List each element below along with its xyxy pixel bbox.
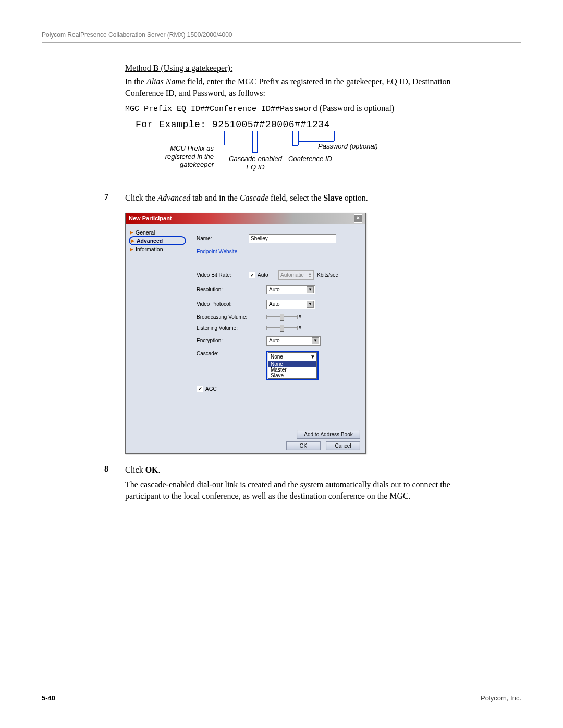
chevron-down-icon: ▼ xyxy=(307,301,314,308)
broadcasting-volume-slider[interactable]: 5 xyxy=(266,314,301,319)
encryption-label: Encryption: xyxy=(197,338,249,343)
example-diagram: For Example: 9251005##20006##1234 MCU Pr… xyxy=(136,119,480,182)
resolution-label: Resolution: xyxy=(197,287,249,292)
name-label: Name: xyxy=(197,236,249,241)
video-protocol-select[interactable]: Auto ▼ xyxy=(266,300,315,309)
new-participant-dialog: New Participant × ▶ General ▶ Advanced ▶… xyxy=(125,213,366,454)
syntax-line: MGC Prefix EQ ID##Conference ID##Passwor… xyxy=(125,103,480,114)
step-8-paragraph: The cascade-enabled dial-out link is cre… xyxy=(125,479,480,502)
resolution-select[interactable]: Auto ▼ xyxy=(266,285,315,294)
page-number: 5-40 xyxy=(42,694,55,702)
video-bitrate-label: Video Bit Rate: xyxy=(197,272,249,278)
ok-button[interactable]: OK xyxy=(286,441,321,450)
step-number-8: 8 xyxy=(104,464,125,505)
cascade-select[interactable]: None ▼ None Master Slave xyxy=(268,352,317,379)
cascade-option-slave[interactable]: Slave xyxy=(268,373,316,378)
add-to-address-book-button[interactable]: Add to Address Book xyxy=(297,430,360,439)
cascade-highlight: None ▼ None Master Slave xyxy=(266,351,319,380)
encryption-select[interactable]: Auto ▼ xyxy=(266,336,321,346)
nav-advanced[interactable]: ▶ Advanced xyxy=(129,236,186,245)
cancel-button[interactable]: Cancel xyxy=(326,441,360,450)
agc-checkbox[interactable]: ✔ xyxy=(197,386,203,392)
video-protocol-label: Video Protocol: xyxy=(197,301,249,307)
nav-information[interactable]: ▶ Information xyxy=(129,245,186,253)
chevron-right-icon: ▶ xyxy=(130,230,133,235)
chevron-down-icon: ▼ xyxy=(310,354,315,360)
listening-vol-label: Listening Volume: xyxy=(197,325,259,331)
chevron-right-icon: ▶ xyxy=(130,246,133,252)
cascade-label: Cascade: xyxy=(197,351,249,356)
cascade-option-none[interactable]: None xyxy=(268,361,316,367)
page-footer: 5-40 Polycom, Inc. xyxy=(42,694,521,702)
endpoint-website-link[interactable]: Endpoint Website xyxy=(197,249,237,254)
step-8-line1: Click OK. xyxy=(125,464,480,476)
dialog-titlebar: New Participant × xyxy=(126,213,365,224)
page-header: Polycom RealPresence Collaboration Serve… xyxy=(42,31,521,43)
nav-general[interactable]: ▶ General xyxy=(129,229,186,236)
name-input[interactable] xyxy=(249,234,336,243)
step-number-7: 7 xyxy=(104,192,125,207)
dialog-nav: ▶ General ▶ Advanced ▶ Information xyxy=(126,224,189,427)
chevron-down-icon: ▼ xyxy=(307,286,314,293)
step-7-text: Click the Advanced tab and in the Cascad… xyxy=(125,192,480,204)
chevron-down-icon: ▼ xyxy=(312,337,319,344)
broadcasting-vol-label: Broadcasting Volume: xyxy=(197,314,259,320)
cascade-option-master[interactable]: Master xyxy=(268,367,316,373)
auto-bitrate-checkbox[interactable]: ✔ xyxy=(249,272,255,278)
method-b-heading: Method B (Using a gatekeeper): xyxy=(125,64,480,73)
method-b-paragraph: In the Alias Name field, enter the MGC P… xyxy=(125,76,480,100)
footer-company: Polycom, Inc. xyxy=(481,694,521,702)
bitrate-spinner: Automatic ▲▼ xyxy=(278,270,314,280)
chevron-right-icon: ▶ xyxy=(131,238,134,243)
listening-volume-slider[interactable]: 5 xyxy=(266,325,301,330)
close-icon[interactable]: × xyxy=(354,214,362,223)
